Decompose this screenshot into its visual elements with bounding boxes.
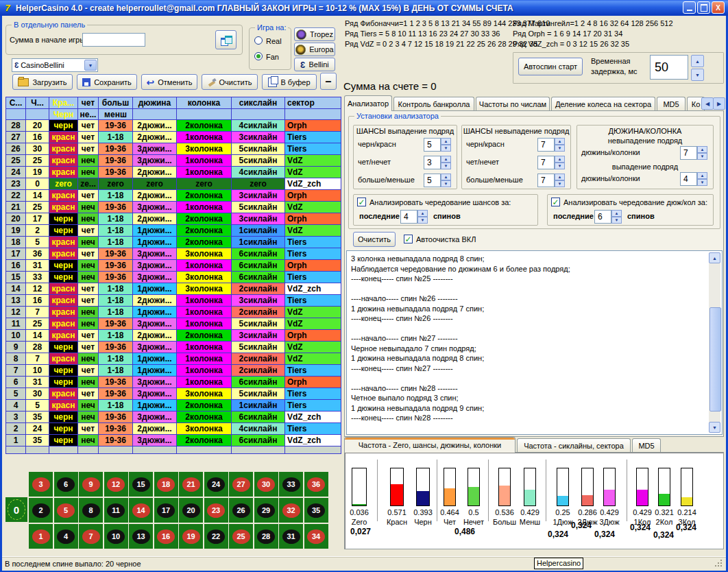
tropez-button[interactable]: Tropez xyxy=(294,27,335,41)
spinner-down-icon[interactable]: ▼ xyxy=(555,180,565,187)
frequency-tab-1[interactable]: Частота - Zero, шансы, дюжины, колонки xyxy=(344,437,515,453)
even-odd-hit-spinner[interactable]: 3▲▼ xyxy=(424,156,451,169)
radio-real[interactable] xyxy=(254,36,263,45)
roulette-number-7[interactable]: 7 xyxy=(79,524,103,549)
resize-grip[interactable] xyxy=(715,560,723,568)
spinner-down-icon[interactable]: ▼ xyxy=(697,179,707,186)
roulette-number-30[interactable]: 30 xyxy=(254,472,278,497)
roulette-number-35[interactable]: 35 xyxy=(304,498,328,523)
black-red-miss-spinner[interactable]: 7▲▼ xyxy=(537,138,565,152)
roulette-number-28[interactable]: 28 xyxy=(254,524,278,549)
roulette-number-23[interactable]: 23 xyxy=(204,498,228,523)
spinner-down-icon[interactable]: ▼ xyxy=(441,145,451,152)
last-dozen-spins-spinner[interactable]: 6▲▼ xyxy=(594,210,622,224)
autospin-start-button[interactable]: Автоспин старт xyxy=(518,58,583,75)
spinner-up-icon[interactable]: ▲ xyxy=(441,174,451,180)
chevron-down-icon[interactable]: ▼ xyxy=(84,60,97,71)
spinner-down-icon[interactable]: ▼ xyxy=(441,180,451,187)
spinner-up-icon[interactable]: ▲ xyxy=(697,172,707,179)
roulette-number-18[interactable]: 18 xyxy=(154,472,178,497)
scroll-thumb[interactable] xyxy=(709,307,721,412)
roulette-number-19[interactable]: 19 xyxy=(179,524,203,549)
europa-button[interactable]: Europa xyxy=(294,43,335,56)
spinner-down-icon[interactable]: ▼ xyxy=(555,145,565,152)
radio-real-label[interactable]: Real xyxy=(266,37,282,45)
start-sum-input[interactable] xyxy=(82,33,145,47)
roulette-number-15[interactable]: 15 xyxy=(129,472,153,497)
maximize-button[interactable] xyxy=(697,1,710,14)
bellini-button[interactable]: 3Bellini xyxy=(294,58,335,71)
roulette-number-31[interactable]: 31 xyxy=(279,524,303,549)
roulette-number-9[interactable]: 9 xyxy=(79,472,103,497)
spinner-up-icon[interactable]: ▲ xyxy=(417,210,428,217)
spinner-up-icon[interactable]: ▲ xyxy=(441,138,451,145)
undo-button[interactable]: ↩Отменить xyxy=(141,74,197,90)
spinner-down-icon[interactable]: ▼ xyxy=(417,217,428,224)
spinner-down-icon[interactable]: ▼ xyxy=(555,163,565,169)
black-red-hit-spinner[interactable]: 5▲▼ xyxy=(424,138,451,152)
roulette-number-2[interactable]: 2 xyxy=(29,498,53,523)
high-low-hit-spinner[interactable]: 5▲▼ xyxy=(424,174,451,187)
roulette-number-1[interactable]: 1 xyxy=(29,524,53,549)
to-buffer-button[interactable]: В буфер xyxy=(262,74,317,90)
roulette-number-8[interactable]: 8 xyxy=(79,498,103,523)
roulette-number-32[interactable]: 32 xyxy=(279,498,303,523)
minimize-button[interactable] xyxy=(683,1,696,14)
high-low-miss-spinner[interactable]: 7▲▼ xyxy=(537,174,565,187)
spinner-up-icon[interactable]: ▲ xyxy=(555,174,565,180)
roulette-number-13[interactable]: 13 xyxy=(129,524,153,549)
analyzer-tab-4[interactable]: Деление колеса на сектора xyxy=(551,97,655,110)
roulette-number-21[interactable]: 21 xyxy=(179,472,203,497)
analyzer-tab-5[interactable]: MD5 xyxy=(657,97,685,110)
roulette-number-20[interactable]: 20 xyxy=(179,498,203,523)
clear-button[interactable]: Очистить xyxy=(202,74,258,90)
spinner-up-icon[interactable]: ▲ xyxy=(697,146,707,153)
delay-up-button[interactable]: ▲ xyxy=(691,55,704,67)
log-scrollbar[interactable]: ▲ ▼ xyxy=(709,252,720,433)
roulette-number-36[interactable]: 36 xyxy=(304,472,328,497)
spinner-down-icon[interactable]: ▼ xyxy=(441,163,451,169)
radio-fan-label[interactable]: Fan xyxy=(266,53,279,61)
tab-scroll-right-icon[interactable]: ▶ xyxy=(713,97,725,110)
close-button[interactable]: X xyxy=(712,1,725,14)
roulette-number-34[interactable]: 34 xyxy=(304,524,328,549)
frequency-tab-3[interactable]: MD5 xyxy=(632,438,661,452)
alternation-chances-checkbox[interactable]: ✓ xyxy=(357,198,366,206)
roulette-number-33[interactable]: 33 xyxy=(279,472,303,497)
roulette-number-0[interactable]: 0 xyxy=(5,497,27,522)
detach-panel-button[interactable] xyxy=(215,30,236,49)
roulette-number-10[interactable]: 10 xyxy=(104,524,128,549)
roulette-number-25[interactable]: 25 xyxy=(229,524,253,549)
analyzer-clear-button[interactable]: Очистить xyxy=(353,232,396,247)
frequency-tab-2[interactable]: Частота - сиклайны, сектора xyxy=(517,438,631,452)
collapse-button[interactable]: – xyxy=(320,73,337,90)
roulette-number-5[interactable]: 5 xyxy=(54,498,78,523)
roulette-number-11[interactable]: 11 xyxy=(104,498,128,523)
roulette-number-3[interactable]: 3 xyxy=(29,472,53,497)
roulette-number-27[interactable]: 27 xyxy=(229,472,253,497)
autoclear-checkbox[interactable]: ✓ xyxy=(404,235,413,243)
roulette-number-29[interactable]: 29 xyxy=(254,498,278,523)
save-button[interactable]: Сохранить xyxy=(77,74,137,90)
spinner-up-icon[interactable]: ▲ xyxy=(441,156,451,163)
scroll-up-icon[interactable]: ▲ xyxy=(709,252,720,263)
roulette-number-14[interactable]: 14 xyxy=(129,498,153,523)
roulette-number-6[interactable]: 6 xyxy=(54,472,78,497)
roulette-number-26[interactable]: 26 xyxy=(229,498,253,523)
roulette-number-24[interactable]: 24 xyxy=(204,472,228,497)
analyzer-log[interactable]: 3 колонка невыпадала подряд 8 спин; Набл… xyxy=(346,250,723,435)
spinner-down-icon[interactable]: ▼ xyxy=(697,153,707,160)
roulette-number-12[interactable]: 12 xyxy=(104,472,128,497)
dozen-miss-spinner[interactable]: 7▲▼ xyxy=(680,146,707,160)
tab-scroll-left-icon[interactable]: ◀ xyxy=(701,97,714,110)
last-spins-spinner[interactable]: 4▲▼ xyxy=(400,210,428,224)
delay-input[interactable]: 50 xyxy=(650,55,688,80)
roulette-number-4[interactable]: 4 xyxy=(54,524,78,549)
roulette-number-17[interactable]: 17 xyxy=(154,498,178,523)
analyzer-tab-1[interactable]: Анализатор xyxy=(344,95,392,111)
even-odd-miss-spinner[interactable]: 7▲▼ xyxy=(537,156,565,169)
casino-select[interactable]: 3 CasinoBellini ▼ xyxy=(12,58,98,72)
spinner-up-icon[interactable]: ▲ xyxy=(555,138,565,145)
load-button[interactable]: Загрузить xyxy=(12,74,73,90)
dozen-hit-spinner[interactable]: 4▲▼ xyxy=(680,172,707,186)
